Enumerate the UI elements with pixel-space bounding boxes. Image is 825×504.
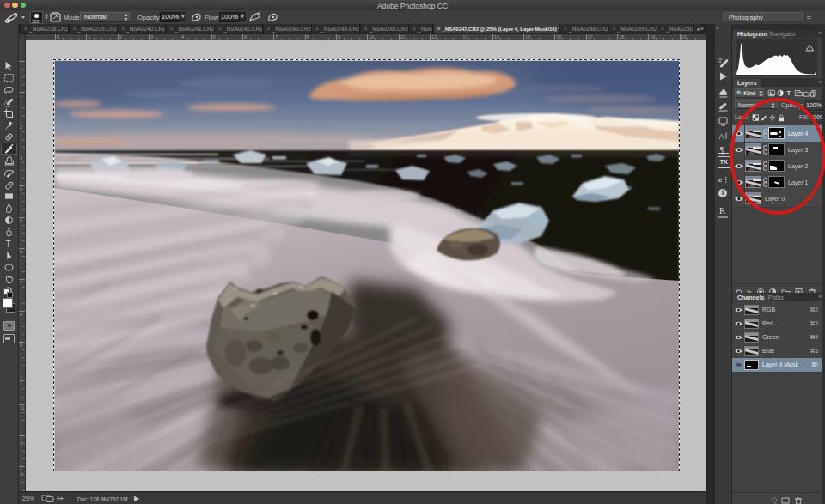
svg-text:T: T [6, 239, 12, 249]
svg-text:T: T [786, 89, 791, 97]
svg-text:A: A [719, 132, 724, 141]
svg-text:¶: ¶ [720, 145, 725, 155]
